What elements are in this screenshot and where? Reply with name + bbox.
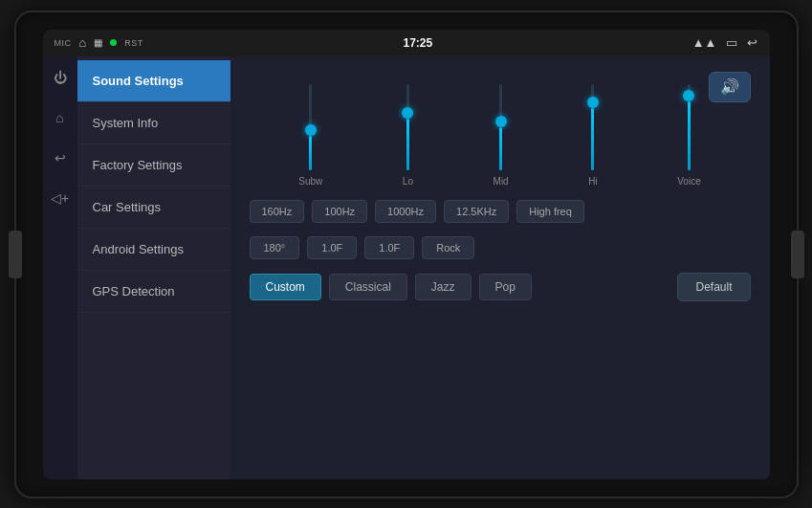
channel-label-hi: Hi — [588, 176, 597, 187]
mode-buttons: Custom Classical Jazz Pop — [250, 274, 532, 300]
status-left: MIC ⌂ ▦ RST — [55, 35, 143, 50]
channel-label-voice: Voice — [677, 176, 700, 187]
mode-btn-jazz[interactable]: Jazz — [415, 274, 472, 300]
power-icon[interactable]: ⏻ — [47, 64, 74, 91]
eq-channel-mid: Mid — [494, 72, 509, 187]
eq-sliders: 🔊 Subw — [250, 72, 751, 187]
home-icon: ⌂ — [79, 35, 87, 50]
nav-item-gps-detection[interactable]: GPS Detection — [77, 271, 230, 313]
mode-btn-custom[interactable]: Custom — [250, 274, 321, 300]
green-dot — [110, 39, 117, 46]
home-nav-icon[interactable]: ⌂ — [47, 104, 74, 131]
channel-label-mid: Mid — [494, 176, 509, 187]
freq-btn-12-5khz[interactable]: 12.5KHz — [444, 200, 509, 223]
slider-track-subw[interactable] — [309, 84, 312, 170]
mic-label: MIC — [55, 38, 72, 48]
nav-item-system-info[interactable]: System Info — [77, 102, 230, 144]
param-btn-180[interactable]: 180° — [250, 236, 300, 259]
back-nav-icon[interactable]: ↩ — [47, 144, 74, 171]
nav-item-sound-settings[interactable]: Sound Settings — [77, 60, 230, 102]
speaker-icon: 🔊 — [720, 77, 739, 96]
time-display: 17:25 — [403, 36, 432, 50]
eq-top-section: 🔊 Subw — [250, 72, 751, 187]
nav-item-android-settings[interactable]: Android Settings — [77, 229, 230, 271]
freq-btn-100hz[interactable]: 100Hz — [312, 200, 367, 223]
freq-btn-160hz[interactable]: 160Hz — [250, 200, 305, 223]
menu-icon: ▦ — [94, 37, 102, 48]
rst-label: RST — [124, 38, 143, 48]
device-frame: MIC ⌂ ▦ RST 17:25 ▲▲ ▭ ↩ ⏻ ⌂ ↩ ◁+ — [14, 11, 799, 498]
speaker-button[interactable]: 🔊 — [709, 72, 751, 102]
status-right: ▲▲ ▭ ↩ — [692, 35, 758, 50]
eq-channel-lo: Lo — [403, 72, 413, 187]
channel-label-subw: Subw — [298, 176, 322, 187]
freq-btn-1000hz[interactable]: 1000Hz — [375, 200, 436, 223]
nav-menu: Sound Settings System Info Factory Setti… — [77, 56, 230, 479]
param-btn-1f-2[interactable]: 1.0F — [364, 236, 414, 259]
status-bar: MIC ⌂ ▦ RST 17:25 ▲▲ ▭ ↩ — [43, 30, 770, 56]
freq-buttons-row: 160Hz 100Hz 1000Hz 12.5KHz High freq — [250, 200, 751, 223]
main-content: ⏻ ⌂ ↩ ◁+ Sound Settings System Info Fact… — [43, 56, 770, 479]
slider-track-mid[interactable] — [499, 84, 502, 170]
param-btn-1f-1[interactable]: 1.0F — [307, 236, 357, 259]
freq-btn-high-freq[interactable]: High freq — [516, 200, 584, 223]
mode-btn-classical[interactable]: Classical — [329, 274, 407, 300]
window-icon: ▭ — [726, 35, 737, 50]
mode-btn-pop[interactable]: Pop — [479, 274, 532, 300]
slider-track-lo[interactable] — [406, 84, 409, 170]
left-knob — [9, 231, 22, 278]
eq-channel-subw: Subw — [298, 72, 322, 187]
screen: MIC ⌂ ▦ RST 17:25 ▲▲ ▭ ↩ ⏻ ⌂ ↩ ◁+ — [43, 30, 770, 479]
volume-icon[interactable]: ◁+ — [47, 185, 74, 211]
slider-track-hi[interactable] — [591, 84, 594, 170]
side-icons-panel: ⏻ ⌂ ↩ ◁+ — [43, 56, 77, 479]
param-btn-rock[interactable]: Rock — [422, 236, 474, 259]
slider-track-voice[interactable] — [688, 84, 691, 170]
eq-channel-hi: Hi — [588, 72, 597, 187]
param-row: 180° 1.0F 1.0F Rock — [250, 236, 751, 259]
default-button[interactable]: Default — [677, 273, 750, 301]
back-arrow-icon: ↩ — [747, 35, 757, 50]
sound-panel: 🔊 Subw — [230, 56, 770, 479]
eq-channel-voice: Voice — [677, 72, 700, 187]
right-knob — [791, 231, 804, 278]
mode-row: Custom Classical Jazz Pop Default — [250, 273, 751, 301]
channel-label-lo: Lo — [403, 176, 413, 187]
nav-item-car-settings[interactable]: Car Settings — [77, 187, 230, 229]
signal-icon: ▲▲ — [692, 35, 717, 50]
nav-item-factory-settings[interactable]: Factory Settings — [77, 144, 230, 187]
